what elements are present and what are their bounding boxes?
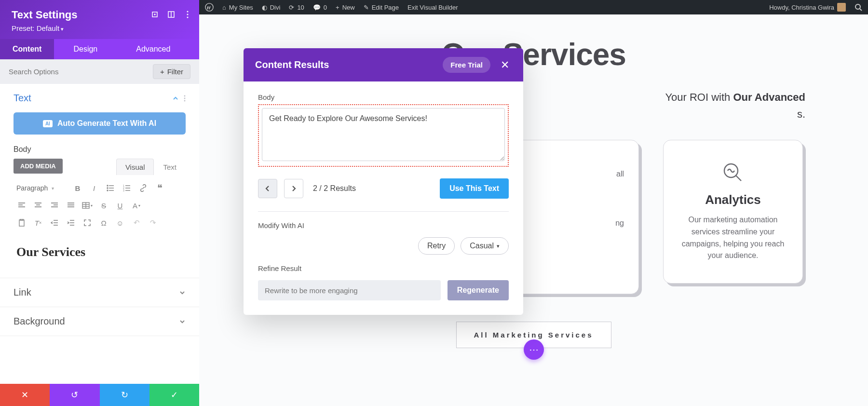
svg-point-8: [184, 97, 186, 99]
paragraph-select[interactable]: Paragraph: [14, 181, 69, 195]
editor-tab-text[interactable]: Text: [154, 159, 186, 175]
sidebar-scroll[interactable]: Text AI Auto Generate Text With AI Body …: [0, 84, 199, 384]
results-count: 2 / 2 Results: [313, 184, 433, 193]
comments-link[interactable]: 💬0: [313, 4, 327, 11]
align-center-icon[interactable]: [30, 199, 46, 212]
section-background-header[interactable]: Background: [0, 307, 199, 336]
section-background: Background: [0, 307, 199, 336]
body-textarea[interactable]: [262, 108, 505, 161]
svg-point-10: [107, 185, 108, 186]
bold-icon[interactable]: B: [69, 181, 86, 195]
section-text-body: AI Auto Generate Text With AI Body ADD M…: [0, 112, 199, 278]
more-icon[interactable]: [184, 95, 186, 102]
my-sites-link[interactable]: ⌂My Sites: [222, 4, 253, 11]
prev-result-button[interactable]: [258, 179, 277, 198]
search-icon[interactable]: [854, 3, 862, 11]
table-icon[interactable]: ▾: [79, 199, 95, 212]
save-button[interactable]: ✓: [149, 384, 199, 406]
settings-sidebar: Text Settings Preset: Default Content De…: [0, 0, 199, 406]
retry-pill[interactable]: Retry: [418, 237, 455, 255]
section-text-header[interactable]: Text: [0, 84, 199, 112]
section-link-header[interactable]: Link: [0, 278, 199, 307]
ai-badge-icon: AI: [43, 120, 53, 127]
text-color-icon[interactable]: A▾: [128, 199, 145, 212]
refresh-icon: ⟳: [289, 4, 294, 11]
redo-icon[interactable]: ↷: [145, 216, 161, 230]
expand-icon[interactable]: [150, 10, 160, 19]
body-textarea-highlight: [258, 104, 509, 167]
new-link[interactable]: +New: [336, 4, 355, 11]
underline-icon[interactable]: U: [112, 199, 128, 212]
align-right-icon[interactable]: [46, 199, 63, 212]
body-label: Body: [14, 145, 186, 154]
more-icon[interactable]: [183, 10, 192, 19]
section-add-fab[interactable]: ⋯: [524, 339, 544, 360]
edit-page-link[interactable]: ✎Edit Page: [364, 4, 399, 11]
editor-content[interactable]: Our Services: [14, 236, 186, 268]
svg-point-9: [184, 100, 186, 101]
paste-icon[interactable]: [14, 216, 30, 230]
add-media-button[interactable]: ADD MEDIA: [14, 159, 63, 174]
search-input[interactable]: [9, 68, 148, 76]
wp-logo[interactable]: [205, 3, 214, 12]
editor-toolbar: Paragraph B I 123 ❝ ▾ S: [14, 179, 186, 231]
quote-icon[interactable]: ❝: [151, 181, 168, 195]
columns-icon[interactable]: [166, 10, 176, 19]
wp-admin-bar: ⌂My Sites ◐Divi ⟳10 💬0 +New ✎Edit Page E…: [199, 0, 868, 14]
tab-advanced[interactable]: Advanced: [117, 39, 183, 59]
chevron-down-icon: ▾: [497, 243, 500, 249]
modal-body: Body 2 / 2 Results Use This Text Modify …: [244, 81, 523, 315]
svg-line-50: [736, 176, 741, 181]
ol-icon[interactable]: 123: [119, 181, 135, 195]
indent-icon[interactable]: [63, 216, 79, 230]
clear-format-icon[interactable]: T×: [30, 216, 46, 230]
exit-vb-link[interactable]: Exit Visual Builder: [407, 4, 458, 11]
svg-point-47: [855, 4, 860, 9]
link-icon[interactable]: [135, 181, 151, 195]
chevron-down-icon: [179, 318, 186, 325]
close-icon[interactable]: ✕: [498, 58, 512, 72]
section-link-title: Link: [14, 287, 31, 298]
align-justify-icon[interactable]: [63, 199, 79, 212]
svg-text:3: 3: [123, 189, 124, 191]
emoji-icon[interactable]: ☺: [112, 216, 128, 230]
ai-generate-button[interactable]: AI Auto Generate Text With AI: [14, 112, 186, 135]
undo-icon[interactable]: ↶: [128, 216, 145, 230]
align-left-icon[interactable]: [14, 199, 30, 212]
howdy-user[interactable]: Howdy, Christina Gwira: [769, 3, 846, 12]
modal-title: Content Results: [255, 59, 443, 70]
fullscreen-icon[interactable]: [79, 216, 95, 230]
filter-button[interactable]: + Filter: [153, 64, 190, 79]
modal-header: Content Results Free Trial ✕: [244, 48, 523, 81]
svg-rect-38: [19, 220, 24, 226]
refine-row: Regenerate: [258, 280, 509, 300]
undo-button[interactable]: ↺: [50, 384, 99, 406]
sidebar-footer: ✕ ↺ ↻ ✓: [0, 384, 199, 406]
use-this-text-button[interactable]: Use This Text: [440, 178, 509, 199]
casual-pill[interactable]: Casual▾: [461, 237, 509, 255]
svg-point-4: [187, 11, 188, 12]
outdent-icon[interactable]: [46, 216, 63, 230]
next-result-button[interactable]: [284, 179, 303, 198]
pencil-icon: ✎: [364, 4, 369, 11]
redo-button[interactable]: ↻: [100, 384, 149, 406]
svg-point-7: [184, 95, 186, 96]
cancel-button[interactable]: ✕: [0, 384, 50, 406]
free-trial-pill[interactable]: Free Trial: [443, 57, 490, 73]
tab-design[interactable]: Design: [54, 39, 117, 59]
refine-input[interactable]: [258, 280, 441, 300]
special-char-icon[interactable]: Ω: [95, 216, 112, 230]
preset-dropdown[interactable]: Preset: Default: [12, 24, 188, 32]
site-link[interactable]: ◐Divi: [262, 4, 281, 11]
ul-icon[interactable]: [102, 181, 119, 195]
gauge-icon: ◐: [262, 4, 267, 11]
regenerate-button[interactable]: Regenerate: [448, 280, 509, 300]
comment-icon: 💬: [313, 4, 321, 11]
strike-icon[interactable]: S: [95, 199, 112, 212]
tab-content[interactable]: Content: [0, 39, 54, 59]
editor-tab-visual[interactable]: Visual: [116, 159, 154, 175]
section-text-title: Text: [14, 93, 31, 104]
updates-link[interactable]: ⟳10: [289, 4, 304, 11]
modify-label: Modify With AI: [258, 221, 509, 230]
italic-icon[interactable]: I: [86, 181, 102, 195]
